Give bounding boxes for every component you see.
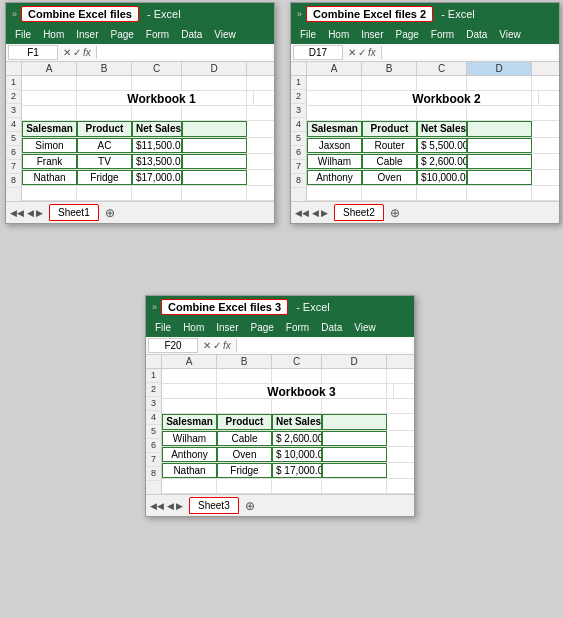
data-7-c-2: $10,000.00 (417, 170, 467, 185)
cell-1-a-3[interactable] (162, 369, 217, 383)
grid-row-2-3: Workbook 3 (162, 384, 414, 399)
rn-5-1: 5 (6, 132, 21, 146)
rn-6-2: 6 (291, 146, 306, 160)
grid-row-8-2 (307, 186, 559, 201)
grid-row-4-1: Salesman Product Net Sales (22, 121, 274, 138)
ribbon-form-3[interactable]: Form (281, 320, 314, 335)
rn-4-1: 4 (6, 118, 21, 132)
ribbon-form-1[interactable]: Form (141, 27, 174, 42)
cell-8-c-3[interactable] (272, 479, 322, 493)
cell-3-b[interactable] (77, 106, 132, 120)
ribbon-data-2[interactable]: Data (461, 27, 492, 42)
cell-8-b-3[interactable] (217, 479, 272, 493)
formula-input-2[interactable] (381, 46, 557, 59)
cell-8-a-2[interactable] (307, 186, 362, 200)
ribbon-home-1[interactable]: Hom (38, 27, 69, 42)
cell-2-c (247, 91, 254, 105)
cell-3-d-3[interactable] (322, 399, 387, 413)
cell-3-c-3[interactable] (272, 399, 322, 413)
cell-2-a-2[interactable] (307, 91, 362, 105)
cell-1-b-2[interactable] (362, 76, 417, 90)
formula-input-1[interactable] (96, 46, 272, 59)
ribbon-view-3[interactable]: View (349, 320, 381, 335)
ribbon-view-2[interactable]: View (494, 27, 526, 42)
rn-7-3: 7 (146, 453, 161, 467)
add-sheet-3[interactable]: ⊕ (241, 499, 259, 513)
fx-check-2: ✓ (358, 47, 366, 58)
ribbon-page-2[interactable]: Page (390, 27, 423, 42)
fx-label-3: fx (223, 340, 231, 351)
row-numbers-2: 1 2 3 4 5 6 7 8 (291, 76, 307, 201)
cell-8-d-3[interactable] (322, 479, 387, 493)
cell-3-b-2[interactable] (362, 106, 417, 120)
cell-1-c[interactable] (132, 76, 182, 90)
sheet-tab-2[interactable]: Sheet2 (334, 204, 384, 221)
ribbon-page-3[interactable]: Page (245, 320, 278, 335)
cell-1-c-3[interactable] (272, 369, 322, 383)
add-sheet-1[interactable]: ⊕ (101, 206, 119, 220)
ribbon-2: File Hom Inser Page Form Data View (291, 25, 559, 44)
cell-ref-1[interactable]: F1 (8, 45, 58, 60)
ribbon-insert-3[interactable]: Inser (211, 320, 243, 335)
ribbon-home-2[interactable]: Hom (323, 27, 354, 42)
cell-1-b[interactable] (77, 76, 132, 90)
cell-8-d[interactable] (182, 186, 247, 200)
rn-3-1: 3 (6, 104, 21, 118)
grid-row-5-2: Jaxson Router $ 5,500.00 (307, 138, 559, 154)
scroll-arrows-2: ◀◀ ◀ ▶ (295, 208, 328, 218)
ribbon-form-2[interactable]: Form (426, 27, 459, 42)
cell-1-c-2[interactable] (417, 76, 467, 90)
add-sheet-2[interactable]: ⊕ (386, 206, 404, 220)
ribbon-file-2[interactable]: File (295, 27, 321, 42)
cell-3-a-2[interactable] (307, 106, 362, 120)
cell-1-b-3[interactable] (217, 369, 272, 383)
ribbon-home-3[interactable]: Hom (178, 320, 209, 335)
sheet-tab-1[interactable]: Sheet1 (49, 204, 99, 221)
cell-3-a[interactable] (22, 106, 77, 120)
cell-8-d-2[interactable] (467, 186, 532, 200)
ribbon-file-1[interactable]: File (10, 27, 36, 42)
cell-1-a[interactable] (22, 76, 77, 90)
cell-3-d-2[interactable] (467, 106, 532, 120)
cell-3-c-2[interactable] (417, 106, 467, 120)
cell-8-b-2[interactable] (362, 186, 417, 200)
cell-2-a-3[interactable] (162, 384, 217, 398)
ribbon-view-1[interactable]: View (209, 27, 241, 42)
header-empty-2 (467, 121, 532, 137)
cell-8-c[interactable] (132, 186, 182, 200)
cell-1-d[interactable] (182, 76, 247, 90)
cell-8-a-3[interactable] (162, 479, 217, 493)
cell-3-a-3[interactable] (162, 399, 217, 413)
cell-ref-2[interactable]: D17 (293, 45, 343, 60)
ribbon-insert-2[interactable]: Inser (356, 27, 388, 42)
cell-1-d-3[interactable] (322, 369, 387, 383)
ribbon-data-1[interactable]: Data (176, 27, 207, 42)
rn-2-1: 2 (6, 90, 21, 104)
grid-1: Workbook 1 Salesman Product Net Sales (22, 76, 274, 201)
sheet-tab-3[interactable]: Sheet3 (189, 497, 239, 514)
col-a-1: A (22, 62, 77, 75)
header-product-3: Product (217, 414, 272, 430)
formula-input-3[interactable] (236, 339, 412, 352)
rn-4-3: 4 (146, 411, 161, 425)
cell-1-d-2[interactable] (467, 76, 532, 90)
cell-8-b[interactable] (77, 186, 132, 200)
cell-8-c-2[interactable] (417, 186, 467, 200)
ribbon-file-3[interactable]: File (150, 320, 176, 335)
ribbon-data-3[interactable]: Data (316, 320, 347, 335)
ribbon-page-1[interactable]: Page (105, 27, 138, 42)
col-headers-3: A B C D (146, 355, 414, 369)
cell-1-a-2[interactable] (307, 76, 362, 90)
rn-1-1: 1 (6, 76, 21, 90)
cell-3-c[interactable] (132, 106, 182, 120)
cell-3-b-3[interactable] (217, 399, 272, 413)
grid-row-6-3: Anthony Oven $ 10,000.00 (162, 447, 414, 463)
cell-8-a[interactable] (22, 186, 77, 200)
header-empty-1 (182, 121, 247, 137)
ribbon-insert-1[interactable]: Inser (71, 27, 103, 42)
rn-6-3: 6 (146, 439, 161, 453)
header-netsales-1: Net Sales (132, 121, 182, 137)
cell-3-d[interactable] (182, 106, 247, 120)
cell-ref-3[interactable]: F20 (148, 338, 198, 353)
cell-2-a[interactable] (22, 91, 77, 105)
